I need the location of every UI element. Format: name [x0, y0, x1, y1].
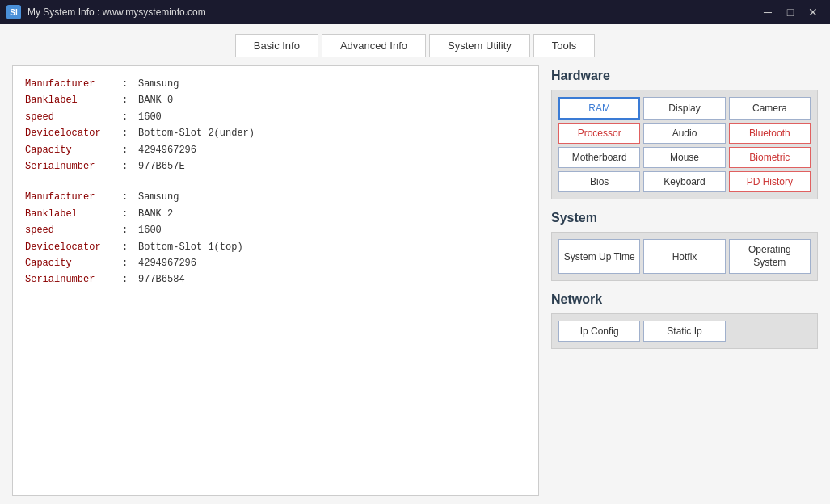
hw-btn-motherboard[interactable]: Motherboard: [558, 147, 640, 168]
nav-basic-info[interactable]: Basic Info: [235, 34, 318, 57]
hw-btn-bios[interactable]: Bios: [558, 171, 640, 192]
close-button[interactable]: ✕: [803, 3, 824, 21]
hw-btn-display[interactable]: Display: [643, 97, 725, 120]
titlebar-title: My System Info : www.mysysteminfo.com: [27, 6, 206, 18]
info-line: Manufacturer : Samsung: [25, 76, 526, 92]
hw-btn-biometric[interactable]: Biometric: [729, 147, 811, 168]
nav-system-utility[interactable]: System Utility: [429, 34, 530, 57]
hw-btn-camera[interactable]: Camera: [729, 97, 811, 120]
app-icon: SI: [6, 5, 21, 19]
hw-btn-keyboard[interactable]: Keyboard: [643, 171, 725, 192]
main-content: Basic Info Advanced Info System Utility …: [0, 24, 830, 504]
hw-btn-ram[interactable]: RAM: [558, 97, 640, 120]
info-panel[interactable]: Manufacturer : Samsung Banklabel : BANK …: [12, 65, 539, 496]
right-panel: Hardware RAM Display Camera Processor Au…: [551, 65, 818, 496]
sys-btn-hotfix[interactable]: Hotfix: [643, 239, 725, 274]
network-grid: Ip Config Static Ip: [551, 313, 818, 349]
system-label: System: [551, 211, 818, 225]
maximize-button[interactable]: □: [780, 3, 801, 21]
info-line: Serialnumber : 977B657E: [25, 158, 526, 174]
info-line: Banklabel : BANK 0: [25, 92, 526, 108]
info-line: Banklabel : BANK 2: [25, 206, 526, 222]
hardware-grid: RAM Display Camera Processor Audio Bluet…: [551, 90, 818, 200]
titlebar-left: SI My System Info : www.mysysteminfo.com: [6, 5, 206, 19]
net-btn-ip-config[interactable]: Ip Config: [558, 321, 640, 342]
sys-btn-operating-system[interactable]: Operating System: [729, 239, 811, 274]
sys-btn-system-up-time[interactable]: System Up Time: [558, 239, 640, 274]
nav-tools[interactable]: Tools: [533, 34, 595, 57]
titlebar-controls: ─ □ ✕: [757, 3, 824, 21]
titlebar: SI My System Info : www.mysysteminfo.com…: [0, 0, 830, 24]
hw-btn-processor[interactable]: Processor: [558, 123, 640, 144]
body-layout: Manufacturer : Samsung Banklabel : BANK …: [0, 65, 830, 504]
top-nav: Basic Info Advanced Info System Utility …: [0, 24, 830, 65]
info-line: Capacity : 4294967296: [25, 142, 526, 158]
info-line: Capacity : 4294967296: [25, 255, 526, 271]
info-line: Serialnumber : 977B6584: [25, 271, 526, 288]
info-line: speed : 1600: [25, 222, 526, 238]
info-line: speed : 1600: [25, 109, 526, 125]
net-btn-static-ip[interactable]: Static Ip: [643, 321, 725, 342]
info-line: Devicelocator : Bottom-Slot 2(under): [25, 125, 526, 141]
minimize-button[interactable]: ─: [757, 3, 778, 21]
ram-section-1: Manufacturer : Samsung Banklabel : BANK …: [25, 76, 526, 174]
hardware-label: Hardware: [551, 69, 818, 83]
hw-btn-mouse[interactable]: Mouse: [643, 147, 725, 168]
system-grid: System Up Time Hotfix Operating System: [551, 232, 818, 281]
hw-btn-bluetooth[interactable]: Bluetooth: [729, 123, 811, 144]
info-line: Manufacturer : Samsung: [25, 189, 526, 205]
network-label: Network: [551, 292, 818, 307]
hw-btn-audio[interactable]: Audio: [643, 123, 725, 144]
info-line: Devicelocator : Bottom-Slot 1(top): [25, 239, 526, 255]
nav-advanced-info[interactable]: Advanced Info: [322, 34, 426, 57]
hw-btn-pd-history[interactable]: PD History: [729, 171, 811, 192]
ram-section-2: Manufacturer : Samsung Banklabel : BANK …: [25, 189, 526, 288]
